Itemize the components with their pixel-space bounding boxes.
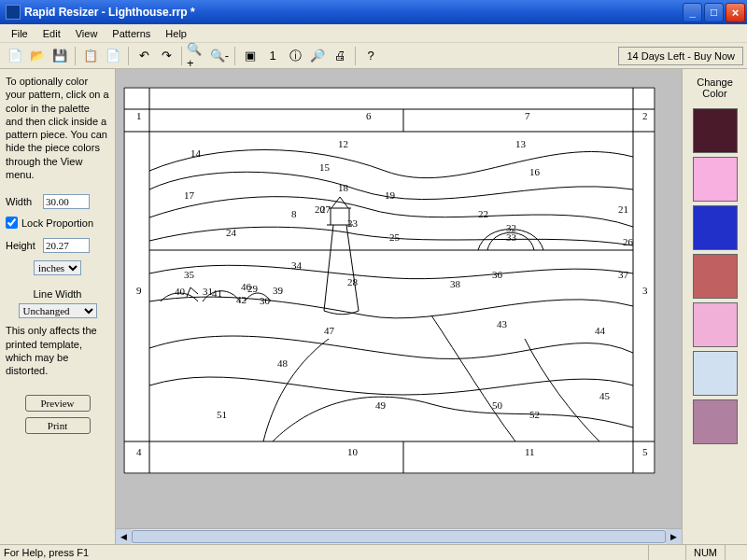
piece-label: 40 bbox=[175, 286, 186, 297]
piece-label: 34 bbox=[291, 259, 303, 271]
piece-label: 43 bbox=[497, 318, 508, 329]
piece-label: 5 bbox=[642, 446, 648, 457]
piece-label: 52 bbox=[529, 409, 540, 420]
sidebar: To optionally color your pattern, click … bbox=[0, 69, 116, 544]
piece-label: 42 bbox=[236, 294, 247, 305]
color-swatch-3[interactable] bbox=[693, 254, 738, 299]
height-input[interactable] bbox=[43, 238, 90, 253]
color-palette: Change Color bbox=[682, 69, 747, 544]
svg-line-18 bbox=[346, 225, 359, 311]
piece-label: 16 bbox=[529, 166, 541, 177]
redo-icon[interactable]: ↷ bbox=[156, 46, 176, 66]
close-button[interactable]: × bbox=[726, 3, 745, 22]
trial-button[interactable]: 14 Days Left - Buy Now bbox=[618, 47, 743, 65]
window-title: Rapid Resizer - Lighthouse.rrp * bbox=[24, 6, 683, 19]
color-swatch-0[interactable] bbox=[693, 108, 738, 153]
piece-label: 11 bbox=[525, 446, 535, 457]
app-icon bbox=[6, 5, 21, 20]
piece-label: 24 bbox=[226, 227, 237, 238]
color-swatch-4[interactable] bbox=[693, 302, 738, 347]
scroll-right-arrow[interactable]: ▶ bbox=[666, 529, 682, 544]
menu-file[interactable]: File bbox=[4, 26, 35, 41]
preview-icon[interactable]: 🔎 bbox=[307, 46, 328, 66]
piece-label: 1 bbox=[136, 110, 142, 121]
piece-label: 45 bbox=[599, 390, 611, 401]
menu-edit[interactable]: Edit bbox=[35, 26, 68, 41]
width-label: Width bbox=[6, 196, 43, 207]
scroll-left-arrow[interactable]: ◀ bbox=[116, 529, 132, 544]
piece-label: 3 bbox=[642, 285, 648, 296]
piece-label: 6 bbox=[366, 110, 372, 121]
canvas-area: 1234567891011121314151617181920212223242… bbox=[116, 69, 682, 544]
horizontal-scrollbar[interactable]: ◀ ▶ bbox=[116, 528, 682, 544]
piece-label: 39 bbox=[273, 285, 284, 296]
menu-view[interactable]: View bbox=[68, 26, 106, 41]
piece-label: 49 bbox=[375, 399, 387, 411]
units-select[interactable]: inches bbox=[34, 260, 81, 275]
height-label: Height bbox=[6, 240, 43, 251]
menu-help[interactable]: Help bbox=[158, 26, 194, 41]
width-input[interactable] bbox=[43, 194, 90, 209]
maximize-button[interactable]: □ bbox=[704, 3, 724, 22]
undo-icon[interactable]: ↶ bbox=[134, 46, 154, 66]
actual-size-icon[interactable]: 1 bbox=[262, 46, 283, 66]
color-swatch-1[interactable] bbox=[693, 157, 738, 202]
piece-label: 25 bbox=[389, 231, 401, 243]
help-icon[interactable]: ? bbox=[360, 46, 381, 66]
line-width-label: Line Width bbox=[6, 288, 109, 300]
new-icon[interactable]: 📄 bbox=[5, 46, 25, 66]
piece-label: 46 bbox=[241, 281, 252, 292]
menu-patterns[interactable]: Patterns bbox=[105, 26, 158, 41]
piece-label: 47 bbox=[324, 325, 335, 336]
help-text: To optionally color your pattern, click … bbox=[6, 75, 109, 181]
print-button[interactable]: Print bbox=[25, 417, 91, 434]
piece-label: 14 bbox=[190, 147, 202, 159]
piece-label: 23 bbox=[347, 217, 359, 229]
piece-label: 22 bbox=[478, 208, 488, 219]
status-bar: For Help, press F1 NUM bbox=[0, 544, 747, 560]
piece-label: 18 bbox=[338, 182, 349, 193]
piece-label: 38 bbox=[450, 278, 461, 289]
line-width-select[interactable]: Unchanged bbox=[19, 303, 97, 318]
piece-label: 44 bbox=[595, 325, 606, 336]
fit-window-icon[interactable]: ▣ bbox=[240, 46, 261, 66]
piece-label: 12 bbox=[338, 138, 348, 149]
piece-label: 50 bbox=[492, 399, 503, 411]
piece-label: 15 bbox=[319, 161, 331, 173]
affect-text: This only affects the printed template, … bbox=[6, 324, 109, 377]
print-icon[interactable]: 🖨 bbox=[330, 46, 350, 66]
pattern-canvas[interactable]: 1234567891011121314151617181920212223242… bbox=[123, 87, 655, 474]
piece-label: 28 bbox=[347, 276, 359, 287]
menu-bar: File Edit View Patterns Help bbox=[0, 24, 747, 43]
piece-label: 48 bbox=[277, 357, 289, 369]
info-icon[interactable]: ⓘ bbox=[285, 46, 305, 66]
color-swatch-5[interactable] bbox=[693, 351, 738, 396]
status-num: NUM bbox=[685, 545, 725, 560]
svg-rect-0 bbox=[124, 88, 655, 473]
copy-icon[interactable]: 📋 bbox=[80, 46, 101, 66]
change-color-button[interactable]: Change Color bbox=[684, 71, 745, 105]
lock-proportion-checkbox[interactable] bbox=[6, 217, 18, 229]
scroll-thumb[interactable] bbox=[132, 530, 666, 543]
piece-label: 19 bbox=[385, 189, 396, 201]
piece-label: 27 bbox=[320, 203, 331, 215]
piece-label: 9 bbox=[136, 285, 142, 296]
piece-label: 51 bbox=[217, 409, 227, 420]
minimize-button[interactable]: _ bbox=[683, 3, 702, 22]
piece-label: 13 bbox=[515, 138, 527, 149]
piece-label: 26 bbox=[623, 236, 634, 247]
lock-proportion-label: Lock Proportion bbox=[21, 217, 93, 229]
color-swatch-2[interactable] bbox=[693, 205, 738, 250]
toolbar: 📄 📂 💾 📋 📄 ↶ ↷ 🔍+ 🔍- ▣ 1 ⓘ 🔎 🖨 ? 14 Days … bbox=[0, 43, 747, 69]
paste-icon[interactable]: 📄 bbox=[103, 46, 123, 66]
color-swatch-6[interactable] bbox=[693, 399, 738, 444]
zoom-in-icon[interactable]: 🔍+ bbox=[187, 46, 207, 66]
svg-line-17 bbox=[324, 225, 333, 311]
save-icon[interactable]: 💾 bbox=[49, 46, 70, 66]
piece-label: 35 bbox=[184, 269, 195, 280]
zoom-out-icon[interactable]: 🔍- bbox=[209, 46, 230, 66]
title-bar: Rapid Resizer - Lighthouse.rrp * _ □ × bbox=[0, 0, 747, 24]
open-icon[interactable]: 📂 bbox=[27, 46, 48, 66]
piece-label: 41 bbox=[212, 287, 222, 299]
preview-button[interactable]: Preview bbox=[25, 395, 91, 412]
